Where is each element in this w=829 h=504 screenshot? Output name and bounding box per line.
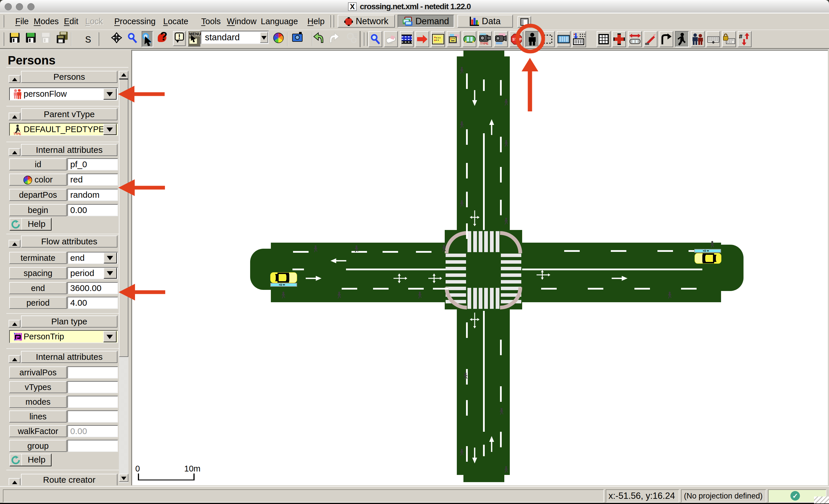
- svg-text:#: #: [739, 33, 742, 40]
- svg-text:STOP: STOP: [512, 37, 521, 41]
- svg-text:TYPE: TYPE: [480, 42, 489, 45]
- svg-text:0: 0: [135, 464, 140, 473]
- svg-text:TYPE: TYPE: [13, 133, 21, 135]
- svg-text:10m: 10m: [184, 464, 200, 473]
